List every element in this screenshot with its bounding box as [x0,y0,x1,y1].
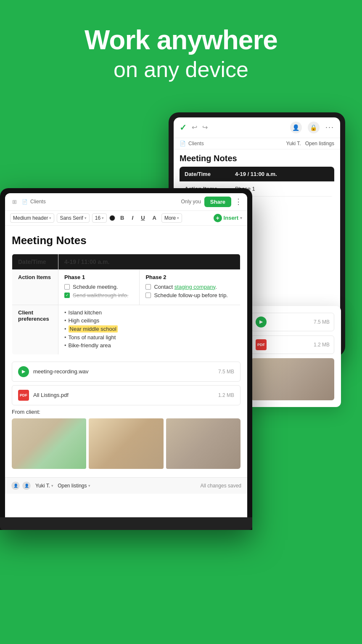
client-preferences-row: Client preferences Island kitchen High c… [12,305,240,354]
tablet-open-listings[interactable]: Open listings [305,141,334,146]
phase1-checkbox1[interactable] [64,284,70,290]
insert-plus-icon: + [214,214,222,222]
phase2-item2: Schedule follow-up before trip. [145,292,234,298]
client-prefs-label: Client preferences [12,305,58,354]
more-select[interactable]: More ▾ [161,213,182,223]
laptop-nav-grid-icon[interactable]: ⊞ [10,197,18,206]
bottom-listing[interactable]: Open listings ▾ [58,483,90,489]
size-select[interactable]: 16 ▾ [92,213,107,223]
hero-section: Work anywhere on any device [0,0,362,100]
phase2-header: Phase 2 [145,274,234,280]
main-col2-header: 4-19 / 11:00 a.m. [58,254,240,269]
hero-title-line2: on any device [17,56,345,82]
right-card-file1-size: 7.5 MB [314,319,330,325]
breadcrumb-right: Yuki T. Open listings [286,141,334,146]
pref-natural-light: Tons of natural light [64,334,234,341]
devices-container: ✓ ↩ ↪ 👤 🔒 ··· 📄 Clients Yuki T. [0,104,362,567]
phase2-cell: Phase 2 Contact staging company. Schedul… [140,269,240,305]
pdf-file-item: PDF All Listings.pdf 1.2 MB [12,385,240,405]
from-client-label: From client: [12,409,240,415]
phase1-header: Phase 1 [64,274,133,280]
pref-bike-friendly: Bike-friendly area [64,342,234,349]
tablet-user-name: Yuki T. [286,141,301,146]
laptop-only-you: Only you [181,199,201,205]
tablet-breadcrumb: 📄 Clients Yuki T. Open listings [174,138,340,149]
insert-arrow: ▾ [240,216,242,220]
bold-button[interactable]: B [118,213,127,222]
laptop-bottom-bar: 👤 👤 Yuki T. ▾ Open listings ▾ All change… [5,477,247,494]
format-toolbar: Medium header ▾ Sans Serif ▾ 16 ▾ B I U … [5,211,247,226]
pref-island-kitchen: Island kitchen [64,309,234,316]
laptop-screen: ⊞ 📄 Clients Only you Share ⋮ Medium head… [5,193,247,530]
right-card-image [251,358,334,400]
underline-button[interactable]: U [138,213,147,222]
laptop-clients-icon: 📄 [22,199,28,205]
phase1-item1-text: Schedule meeting. [73,284,118,290]
bottom-user-name: Yuki T. [35,483,50,489]
phase2-item1: Contact staging company. [145,284,234,290]
client-images-row [12,418,240,469]
tablet-toolbar-right: 👤 🔒 ··· [290,122,334,133]
user-dropdown-arrow: ▾ [51,484,53,488]
redo-icon[interactable]: ↪ [202,123,208,131]
breadcrumb-left: 📄 Clients [180,141,204,146]
tablet-toolbar-icons: ✓ ↩ ↪ [180,122,208,133]
bottom-user[interactable]: Yuki T. ▾ [35,483,53,489]
audio-play-icon[interactable]: ▶ [18,366,29,377]
audio-file-item: ▶ meeting-recording.wav 7.5 MB [12,362,240,382]
client-prefs-cell: Island kitchen High ceilings Near middle… [58,305,240,354]
lock-icon[interactable]: 🔒 [308,122,320,133]
laptop-breadcrumb: 📄 Clients [22,199,46,205]
staging-company-link[interactable]: staging company [174,284,215,290]
clients-label[interactable]: Clients [188,141,204,146]
phase2-item1-text: Contact staging company. [154,284,217,290]
avatar-1: 👤 [11,481,20,490]
phase1-item1: Schedule meeting. [64,284,133,290]
hero-title-line1: Work anywhere [17,25,345,55]
size-select-arrow: ▾ [102,216,104,220]
client-image-1 [12,418,86,469]
audio-file-name: meeting-recording.wav [33,368,89,375]
avatar-group: 👤 👤 [11,481,31,490]
user-add-icon[interactable]: 👤 [290,122,302,133]
phase1-item2-text: Send walkthrough info. [73,292,128,298]
font-color-button[interactable]: A [150,213,159,222]
phase2-checkbox2[interactable] [145,293,151,298]
undo-icon[interactable]: ↩ [192,123,197,131]
check-icon[interactable]: ✓ [180,122,187,133]
avatar-2: 👤 [22,481,31,490]
color-dot[interactable] [109,215,115,221]
laptop-share-button[interactable]: Share [204,197,231,207]
audio-icon: ▶ [256,317,267,327]
insert-button[interactable]: + Insert ▾ [214,214,242,222]
size-select-label: 16 [95,215,100,221]
laptop-nav-toolbar: ⊞ 📄 Clients Only you Share ⋮ [5,193,247,211]
audio-file-size: 7.5 MB [218,369,234,375]
laptop-clients-label[interactable]: Clients [30,199,46,205]
more-dots-icon[interactable]: ··· [325,123,334,132]
italic-button[interactable]: I [129,213,136,222]
laptop-base [0,517,252,530]
phase1-cell: Phase 1 Schedule meeting. ✓ Send walkthr… [58,269,140,305]
phase2-checkbox1[interactable] [145,284,151,290]
pref-high-ceilings: High ceilings [64,317,234,324]
right-card-file2-size: 1.2 MB [314,342,330,348]
pdf-file-size: 1.2 MB [218,392,234,398]
tablet-note-title: Meeting Notes [174,149,340,167]
more-select-arrow: ▾ [177,216,179,220]
pdf-file-name: All Listings.pdf [33,392,69,398]
clients-page-icon: 📄 [180,141,186,146]
pref-near-school: Near middle school [64,325,234,333]
phase1-item2: ✓ Send walkthrough info. [64,292,133,298]
main-col1-header: Date/Time [12,254,58,269]
laptop-more-dots-icon[interactable]: ⋮ [235,197,242,206]
action-items-row: Action Items Phase 1 Schedule meeting. ✓… [12,269,240,305]
phase1-checkbox2[interactable]: ✓ [64,293,70,298]
pdf-file-icon[interactable]: PDF [18,390,29,401]
more-select-label: More [164,215,176,221]
font-select[interactable]: Sans Serif ▾ [57,213,89,223]
listing-dropdown-arrow: ▾ [88,484,90,488]
style-select[interactable]: Medium header ▾ [10,213,54,223]
pdf-icon: PDF [256,339,267,350]
main-notes-table: Date/Time 4-19 / 11:00 a.m. Action Items… [12,254,240,355]
